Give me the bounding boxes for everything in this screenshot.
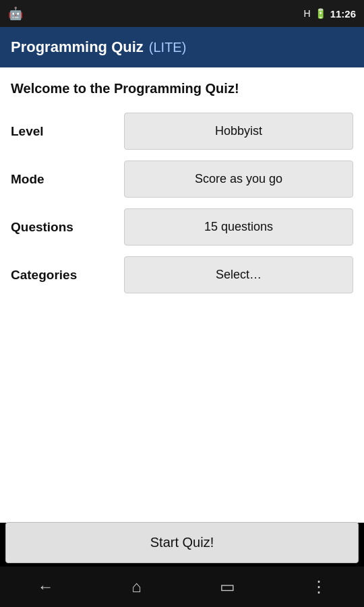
status-bar-left: 🤖 <box>8 6 23 21</box>
questions-button[interactable]: 15 questions <box>124 208 353 245</box>
questions-label: Questions <box>11 220 119 235</box>
recents-button[interactable]: ▭ <box>211 570 245 604</box>
main-content: Welcome to the Programming Quiz! Level H… <box>0 67 364 523</box>
battery-icon: 🔋 <box>315 8 326 19</box>
questions-row: Questions 15 questions <box>11 208 353 245</box>
home-button[interactable]: ⌂ <box>120 570 154 604</box>
categories-button[interactable]: Select… <box>124 256 353 293</box>
categories-row: Categories Select… <box>11 256 353 293</box>
mode-button[interactable]: Score as you go <box>124 161 353 198</box>
back-button[interactable]: ← <box>29 570 63 604</box>
categories-label: Categories <box>11 268 119 283</box>
app-title: Programming Quiz <box>11 38 144 56</box>
status-bar: 🤖 H 🔋 11:26 <box>0 0 364 27</box>
welcome-text: Welcome to the Programming Quiz! <box>11 81 353 96</box>
status-bar-right: H 🔋 11:26 <box>304 8 357 20</box>
title-bar: Programming Quiz (LITE) <box>0 27 364 67</box>
level-button[interactable]: Hobbyist <box>124 113 353 150</box>
nav-bar: ← ⌂ ▭ ⋮ <box>0 567 364 607</box>
level-row: Level Hobbyist <box>11 113 353 150</box>
signal-icon: H <box>304 8 311 19</box>
app-subtitle: (LITE) <box>149 40 187 55</box>
start-quiz-button[interactable]: Start Quiz! <box>5 522 359 563</box>
mode-label: Mode <box>11 172 119 187</box>
android-icon: 🤖 <box>8 6 23 21</box>
menu-button[interactable]: ⋮ <box>302 570 336 604</box>
time-display: 11:26 <box>330 8 356 20</box>
mode-row: Mode Score as you go <box>11 161 353 198</box>
level-label: Level <box>11 124 119 139</box>
